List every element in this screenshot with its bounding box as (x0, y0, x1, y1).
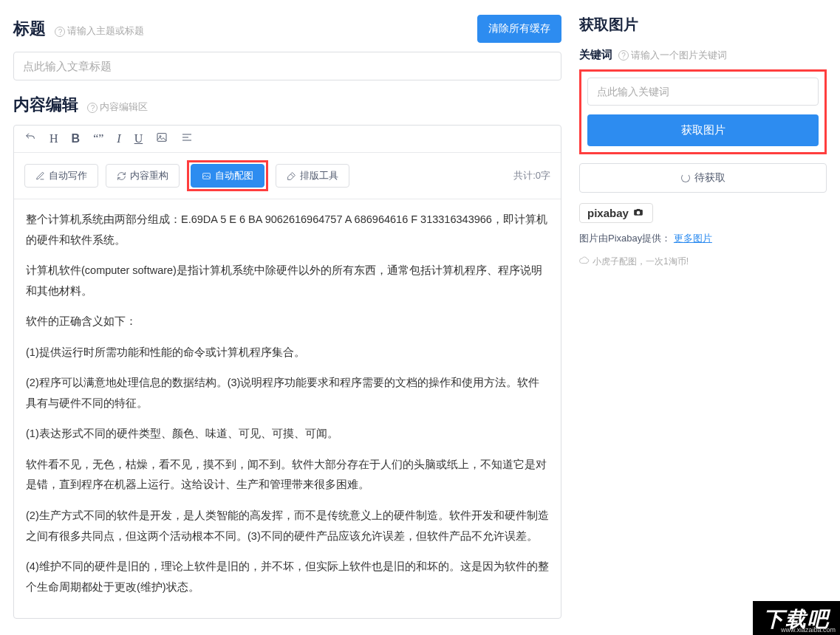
image-source-text: 图片由Pixabay提供： 更多图片 (579, 232, 827, 245)
pixabay-name: pixabay (587, 207, 629, 219)
align-icon[interactable] (181, 131, 193, 146)
content-paragraph: 软件看不见，无色，枯燥，看不见，摸不到，闻不到。软件大部分存在于人们的头脑或纸上… (26, 455, 549, 495)
title-hint: ?请输入主题或标题 (55, 25, 144, 36)
italic-icon[interactable]: I (117, 132, 120, 145)
fetch-image-title: 获取图片 (579, 15, 827, 35)
keyword-label-row: 关键词 ?请输入一个图片关键词 (579, 48, 827, 62)
keyword-hint: ?请输入一个图片关键词 (618, 49, 727, 62)
auto-image-highlight: 自动配图 (187, 160, 268, 191)
content-paragraph: (2)程序可以满意地处理信息的数据结构。(3)说明程序功能要求和程序需要的文档的… (26, 373, 549, 413)
format-toolbar: H B “” I U (14, 126, 561, 153)
content-paragraph: 整个计算机系统由两部分组成：E.69DA 5 E 6 BA 9062616964… (26, 210, 549, 250)
word-count: 共计:0字 (513, 169, 550, 182)
content-paragraph: (2)生产方式不同的软件是开发，是人类智能的高发挥，而不是传统意义上的硬件制造。… (26, 506, 549, 546)
keyword-label: 关键词 (579, 48, 612, 62)
info-icon: ? (87, 103, 98, 113)
content-restructure-button[interactable]: 内容重构 (106, 164, 180, 188)
layout-tools-button[interactable]: 排版工具 (276, 164, 349, 188)
auto-image-button[interactable]: 自动配图 (191, 164, 264, 188)
spinner-icon (681, 174, 690, 182)
fetch-image-button[interactable]: 获取图片 (587, 114, 819, 146)
quote-icon[interactable]: “” (93, 132, 103, 145)
undo-icon[interactable] (24, 131, 36, 146)
content-paragraph: 计算机软件(computer software)是指计算机系统中除硬件以外的所有… (26, 261, 549, 301)
content-section-header: 内容编辑 ?内容编辑区 (13, 94, 561, 116)
editor-box: H B “” I U 自动写作 内容重构 (13, 125, 561, 619)
svg-rect-0 (157, 134, 166, 142)
tip-text: 小虎子配图，一次1淘币! (579, 255, 827, 268)
more-images-link[interactable]: 更多图片 (674, 233, 712, 244)
content-paragraph: (1)表达形式不同的硬件类型、颜色、味道、可见、可摸、可闻。 (26, 424, 549, 444)
bold-icon[interactable]: B (72, 132, 81, 145)
auto-write-button[interactable]: 自动写作 (24, 164, 98, 188)
watermark-url: www.xiazaiba.com (781, 626, 836, 634)
main-column: 标题 ?请输入主题或标题 清除所有缓存 内容编辑 ?内容编辑区 H (13, 15, 561, 619)
editor-content[interactable]: 整个计算机系统由两部分组成：E.69DA 5 E 6 BA 9062616964… (14, 199, 561, 618)
camera-icon (632, 207, 645, 219)
info-icon: ? (618, 50, 629, 61)
heading-icon[interactable]: H (49, 132, 58, 145)
info-icon: ? (55, 27, 65, 37)
title-input[interactable] (13, 52, 561, 80)
title-section-header: 标题 ?请输入主题或标题 清除所有缓存 (13, 15, 561, 43)
image-icon[interactable] (156, 131, 168, 146)
keyword-input[interactable] (587, 78, 819, 106)
clear-cache-button[interactable]: 清除所有缓存 (477, 15, 561, 43)
cloud-icon (579, 255, 590, 268)
title-label: 标题 (13, 19, 46, 38)
content-paragraph: (4)维护不同的硬件是旧的，理论上软件是旧的，并不坏，但实际上软件也是旧的和坏的… (26, 557, 549, 597)
keyword-highlight: 获取图片 (579, 69, 827, 154)
watermark: 下载吧 www.xiazaiba.com (753, 601, 840, 635)
content-hint: ?内容编辑区 (87, 101, 148, 112)
sidebar: 获取图片 关键词 ?请输入一个图片关键词 获取图片 待获取 pixabay 图片… (579, 15, 827, 619)
pending-button[interactable]: 待获取 (579, 163, 827, 193)
content-paragraph: (1)提供运行时所需功能和性能的命令或计算机程序集合。 (26, 343, 549, 363)
pixabay-badge: pixabay (579, 203, 653, 223)
content-label: 内容编辑 (13, 95, 78, 114)
action-toolbar: 自动写作 内容重构 自动配图 排版工具 共计:0字 (14, 153, 561, 199)
underline-icon[interactable]: U (134, 132, 143, 145)
content-paragraph: 软件的正确含义如下： (26, 312, 549, 332)
